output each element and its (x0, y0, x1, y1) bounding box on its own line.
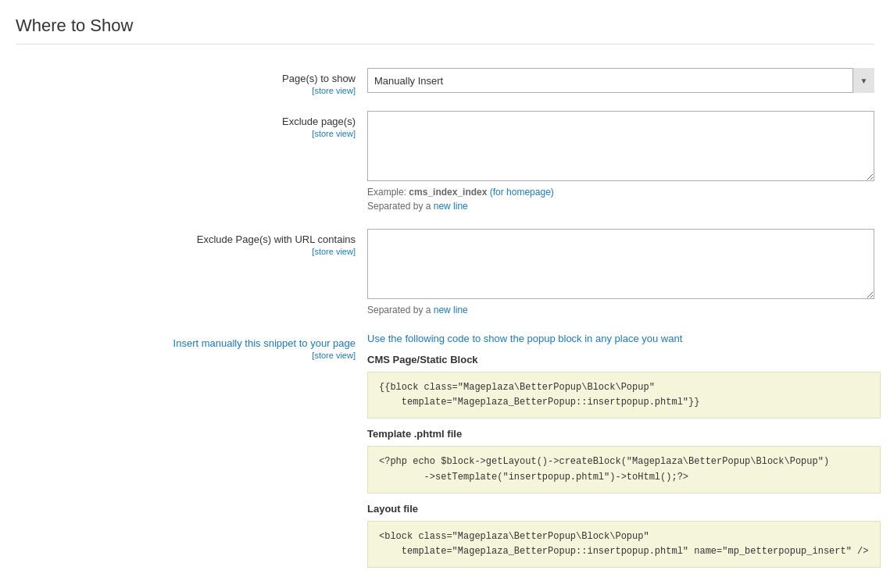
pages-to-show-label-col: Page(s) to show [store view] (16, 68, 367, 95)
insert-manually-row: Insert manually this snippet to your pag… (16, 333, 874, 574)
phtml-code-block: <?php echo $block->getLayout()->createBl… (367, 446, 881, 493)
layout-code-block: <block class="Mageplaza\BetterPopup\Bloc… (367, 521, 881, 568)
exclude-pages-row: Exclude page(s) [store view] Example: cm… (16, 111, 874, 213)
snippet-intro: Use the following code to show the popup… (367, 333, 881, 344)
pages-to-show-label: Page(s) to show (16, 73, 356, 84)
exclude-url-textarea[interactable] (367, 229, 874, 299)
pages-to-show-field: All Pages Manually Insert Home Page Cate… (367, 68, 874, 93)
pages-to-show-store-view: [store view] (16, 86, 356, 95)
exclude-url-separated: Separated by a new line (367, 305, 468, 315)
snippet-section: Use the following code to show the popup… (367, 333, 881, 568)
insert-manually-content: Use the following code to show the popup… (367, 333, 881, 574)
exclude-url-label: Exclude Page(s) with URL contains (16, 233, 356, 245)
insert-manually-label-col: Insert manually this snippet to your pag… (16, 333, 367, 360)
exclude-pages-store-view: [store view] (16, 129, 356, 138)
hint-cms-key: cms_index_index (409, 187, 487, 198)
insert-manually-store-view: [store view] (16, 351, 356, 360)
exclude-pages-hint: Example: cms_index_index (for homepage) … (367, 185, 874, 213)
exclude-pages-label: Exclude page(s) (16, 116, 356, 127)
exclude-pages-separated: Separated by a new line (367, 201, 468, 212)
cms-code-block: {{block class="Mageplaza\BetterPopup\Blo… (367, 372, 881, 419)
exclude-url-label-col: Exclude Page(s) with URL contains [store… (16, 229, 367, 256)
exclude-url-row: Exclude Page(s) with URL contains [store… (16, 229, 874, 317)
exclude-url-hint: Separated by a new line (367, 303, 874, 317)
new-line-link-2: new line (434, 305, 468, 315)
exclude-pages-textarea[interactable] (367, 111, 874, 181)
exclude-pages-label-col: Exclude page(s) [store view] (16, 111, 367, 138)
page-title: Where to Show (16, 16, 874, 45)
hint-example-text: Example: (367, 187, 409, 198)
hint-homepage-text: (for homepage) (487, 187, 553, 198)
pages-to-show-select-wrapper[interactable]: All Pages Manually Insert Home Page Cate… (367, 68, 874, 93)
exclude-url-store-view: [store view] (16, 247, 356, 256)
phtml-block-title: Template .phtml file (367, 428, 881, 440)
insert-manually-label: Insert manually this snippet to your pag… (16, 337, 356, 349)
new-line-link: new line (434, 201, 468, 212)
pages-to-show-select[interactable]: All Pages Manually Insert Home Page Cate… (367, 68, 874, 93)
where-to-show-section: Page(s) to show [store view] All Pages M… (16, 68, 874, 574)
exclude-url-field: Separated by a new line (367, 229, 874, 317)
layout-block-title: Layout file (367, 503, 881, 515)
exclude-pages-field: Example: cms_index_index (for homepage) … (367, 111, 874, 213)
cms-block-title: CMS Page/Static Block (367, 354, 881, 365)
pages-to-show-row: Page(s) to show [store view] All Pages M… (16, 68, 874, 95)
